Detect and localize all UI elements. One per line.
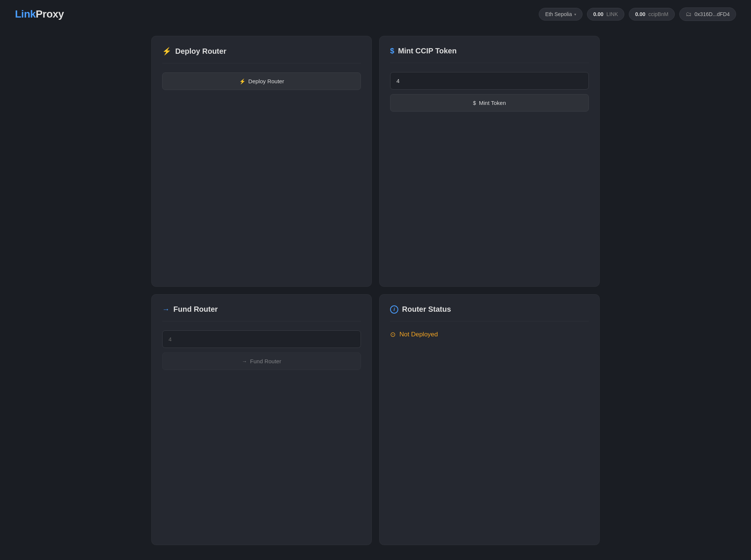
deploy-router-button[interactable]: ⚡ Deploy Router — [162, 72, 361, 90]
logo-proxy-text: Proxy — [36, 8, 64, 20]
logo-link-text: Link — [15, 8, 36, 20]
fund-router-card-header: → Fund Router — [162, 305, 361, 321]
mint-ccip-token-title: Mint CCIP Token — [398, 47, 457, 55]
main-content: ⚡ Deploy Router ⚡ Deploy Router $ Mint C… — [136, 28, 615, 560]
router-status-title: Router Status — [402, 305, 451, 314]
fund-router-button-label: Fund Router — [250, 358, 281, 364]
mint-ccip-token-icon: $ — [390, 47, 394, 55]
wallet-button[interactable]: 🗂 0x316D...dFD4 — [679, 7, 736, 21]
ccipbnm-token-label: ccipBnM — [648, 11, 668, 17]
ccipbnm-amount: 0.00 — [635, 11, 645, 17]
router-status-state: ⊙ Not Deployed — [390, 330, 589, 339]
mint-ccip-token-card-header: $ Mint CCIP Token — [390, 47, 589, 63]
deploy-router-button-icon: ⚡ — [239, 78, 245, 84]
not-deployed-label: Not Deployed — [399, 331, 438, 338]
router-status-card: i Router Status ⊙ Not Deployed — [379, 294, 600, 545]
header: LinkProxy Eth Sepolia ▾ 0.00 LINK 0.00 c… — [0, 0, 751, 28]
router-status-icon: i — [390, 305, 398, 314]
mint-ccip-token-card: $ Mint CCIP Token $ Mint Token — [379, 36, 600, 287]
wallet-icon: 🗂 — [686, 11, 692, 18]
deploy-router-card-header: ⚡ Deploy Router — [162, 47, 361, 63]
network-selector[interactable]: Eth Sepolia ▾ — [539, 8, 582, 21]
network-label: Eth Sepolia — [545, 11, 572, 17]
mint-token-amount-input[interactable] — [390, 72, 589, 90]
ccipbnm-balance: 0.00 ccipBnM — [629, 8, 675, 21]
chevron-down-icon: ▾ — [574, 12, 576, 16]
deploy-router-icon: ⚡ — [162, 47, 171, 56]
wallet-address: 0x316D...dFD4 — [695, 11, 730, 17]
mint-token-button-icon: $ — [473, 100, 476, 106]
router-status-card-header: i Router Status — [390, 305, 589, 321]
logo: LinkProxy — [15, 8, 64, 20]
mint-token-button-label: Mint Token — [479, 100, 506, 106]
deploy-router-button-label: Deploy Router — [248, 78, 284, 84]
link-amount: 0.00 — [593, 11, 603, 17]
fund-router-button-icon: → — [242, 358, 247, 364]
deploy-router-card: ⚡ Deploy Router ⚡ Deploy Router — [151, 36, 372, 287]
link-balance: 0.00 LINK — [587, 8, 624, 21]
header-controls: Eth Sepolia ▾ 0.00 LINK 0.00 ccipBnM 🗂 0… — [539, 7, 736, 21]
fund-router-title: Fund Router — [173, 305, 218, 314]
not-deployed-warning-icon: ⊙ — [390, 330, 396, 339]
fund-router-icon: → — [162, 305, 170, 314]
link-token-label: LINK — [606, 11, 618, 17]
deploy-router-title: Deploy Router — [175, 47, 226, 56]
fund-router-amount-input[interactable] — [162, 330, 361, 348]
mint-token-button[interactable]: $ Mint Token — [390, 94, 589, 112]
fund-router-card: → Fund Router → Fund Router — [151, 294, 372, 545]
fund-router-button[interactable]: → Fund Router — [162, 352, 361, 370]
